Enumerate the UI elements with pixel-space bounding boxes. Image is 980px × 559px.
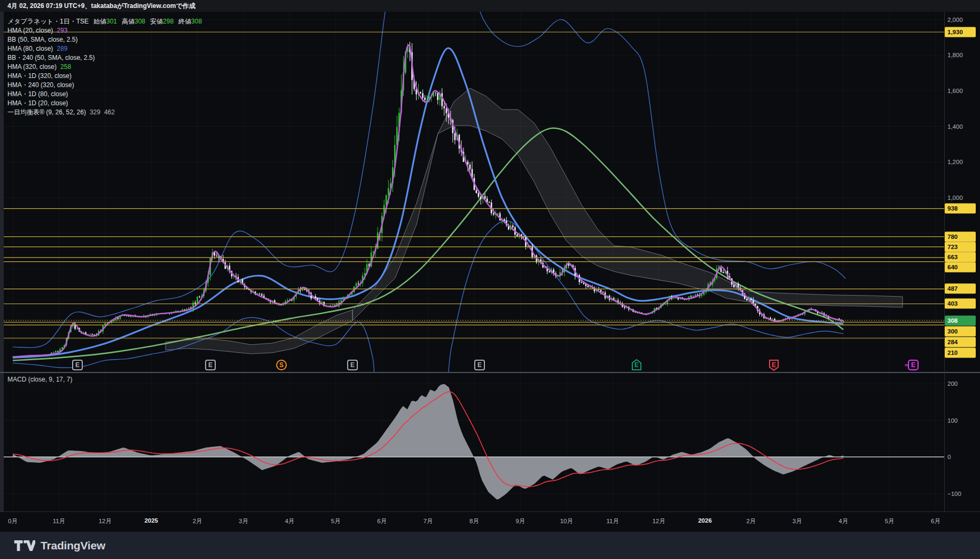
marker-earnings[interactable]: E bbox=[475, 360, 484, 370]
legend-row-value: 289 bbox=[57, 45, 67, 52]
legend-row-label: BB・240 (50, SMA, close, 2.5) bbox=[7, 54, 95, 61]
ohlc-field: 終値308 bbox=[178, 18, 202, 25]
price-tick-1000: 1,000 bbox=[947, 195, 963, 201]
level-price-label-284[interactable]: 284 bbox=[945, 337, 976, 347]
legend-row-value: 462 bbox=[104, 108, 115, 116]
time-axis[interactable]: 0月11月12月20252月3月4月5月6月7月8月9月10月11月12月202… bbox=[0, 511, 980, 532]
ohlc-field: 始値301 bbox=[93, 18, 117, 25]
time-label-3月: 3月 bbox=[239, 517, 248, 525]
legend-row-6[interactable]: HMA・240 (320, close) bbox=[7, 81, 307, 90]
symbol-title: メタプラネット・1日・TSE bbox=[7, 18, 89, 25]
tradingview-chart-snapshot: { "header": { "text": "4月 02, 2026 07:19… bbox=[0, 0, 980, 559]
indicator-legend: メタプラネット・1日・TSE始値301高値308安値298終値308 HMA (… bbox=[7, 17, 307, 117]
level-price-label-938[interactable]: 938 bbox=[945, 204, 976, 214]
legend-row-3[interactable]: BB・240 (50, SMA, close, 2.5) bbox=[7, 53, 307, 63]
time-label-4月: 4月 bbox=[838, 517, 848, 525]
time-label-8月: 8月 bbox=[469, 517, 479, 525]
marker-earnings[interactable]: E bbox=[206, 360, 215, 370]
level-price-label-780[interactable]: 780 bbox=[945, 232, 976, 242]
tradingview-footer: TradingView bbox=[0, 532, 980, 559]
time-label-5月: 5月 bbox=[885, 517, 895, 525]
ohlc-field: 高値308 bbox=[122, 18, 145, 25]
legend-row-2[interactable]: HMA (80, close)289 bbox=[7, 44, 307, 53]
time-label-6月: 6月 bbox=[377, 517, 387, 525]
legend-row-label: HMA (80, close) bbox=[7, 45, 53, 52]
time-label-2025: 2025 bbox=[144, 517, 158, 524]
level-price-label-487[interactable]: 487 bbox=[945, 284, 976, 294]
symbol-legend-row[interactable]: メタプラネット・1日・TSE始値301高値308安値298終値308 bbox=[7, 17, 307, 26]
svg-text:E: E bbox=[208, 361, 213, 369]
time-label-7月: 7月 bbox=[424, 517, 433, 525]
svg-text:E: E bbox=[75, 361, 80, 369]
left-toolbar-strip bbox=[0, 12, 4, 532]
marker-split[interactable]: S bbox=[277, 360, 286, 370]
time-label-2026: 2026 bbox=[698, 517, 712, 524]
svg-text:S: S bbox=[279, 361, 284, 369]
legend-row-label: 一目均衡表® (9, 26, 52, 26) bbox=[7, 108, 86, 116]
legend-row-value: 329 bbox=[90, 108, 100, 116]
level-price-label-1,930[interactable]: 1,930 bbox=[945, 27, 976, 37]
legend-row-4[interactable]: HMA (320, close)258 bbox=[7, 63, 307, 72]
legend-row-label: HMA・1D (80, close) bbox=[7, 90, 68, 98]
current-price-label[interactable]: 308 bbox=[945, 316, 976, 326]
legend-row-label: BB (50, SMA, close, 2.5) bbox=[7, 36, 77, 43]
legend-row-5[interactable]: HMA・1D (320, close) bbox=[7, 72, 307, 81]
tradingview-logo-icon[interactable] bbox=[14, 538, 35, 554]
macd-tick-0: 0 bbox=[947, 454, 951, 460]
legend-row-label: HMA・240 (320, close) bbox=[7, 81, 74, 89]
svg-text:E: E bbox=[477, 361, 482, 369]
svg-text:E: E bbox=[911, 361, 915, 369]
snapshot-attribution-bar: 4月 02, 2026 07:19 UTC+9、takatabaがTrading… bbox=[0, 0, 980, 12]
time-label-9月: 9月 bbox=[515, 517, 525, 525]
level-price-label-663[interactable]: 663 bbox=[945, 252, 976, 262]
approx-icon: ≈ bbox=[905, 362, 908, 368]
svg-text:E: E bbox=[350, 361, 355, 369]
time-label-10月: 10月 bbox=[560, 517, 573, 525]
time-label-11月: 11月 bbox=[53, 517, 65, 525]
legend-row-label: HMA (320, close) bbox=[7, 63, 57, 71]
legend-row-value: 258 bbox=[60, 63, 71, 71]
time-label-12月: 12月 bbox=[99, 517, 112, 525]
macd-tick-200: 200 bbox=[947, 381, 958, 387]
time-label-0月: 0月 bbox=[8, 517, 18, 525]
legend-row-7[interactable]: HMA・1D (80, close) bbox=[7, 90, 307, 99]
level-price-label-300[interactable]: 300 bbox=[945, 327, 976, 337]
time-label-3月: 3月 bbox=[793, 517, 802, 525]
legend-row-9[interactable]: 一目均衡表® (9, 26, 52, 26)329462 bbox=[7, 108, 307, 117]
time-label-12月: 12月 bbox=[652, 517, 665, 525]
macd-tick-100: 100 bbox=[947, 417, 958, 424]
macd-legend-row[interactable]: MACD (close, 9, 17, 7) bbox=[7, 376, 72, 383]
level-price-label-210[interactable]: 210 bbox=[945, 348, 976, 358]
legend-row-value: 293 bbox=[57, 27, 67, 34]
level-price-label-640[interactable]: 640 bbox=[945, 262, 976, 273]
marker-earnings[interactable]: E bbox=[348, 360, 357, 370]
price-tick-1600: 1,600 bbox=[947, 88, 963, 94]
time-label-11月: 11月 bbox=[606, 517, 618, 525]
legend-row-label: HMA・1D (320, close) bbox=[7, 72, 72, 80]
time-label-4月: 4月 bbox=[285, 517, 294, 525]
pane-separator[interactable] bbox=[0, 372, 980, 373]
price-tick-2000: 2,000 bbox=[947, 17, 963, 23]
legend-row-0[interactable]: HMA (20, close)293 bbox=[7, 26, 307, 35]
tradingview-logo-text[interactable]: TradingView bbox=[41, 539, 105, 552]
time-label-2月: 2月 bbox=[746, 517, 756, 525]
svg-text:E: E bbox=[772, 361, 776, 369]
svg-text:E: E bbox=[634, 361, 639, 369]
legend-row-1[interactable]: BB (50, SMA, close, 2.5) bbox=[7, 35, 307, 44]
price-tick-1400: 1,400 bbox=[947, 123, 963, 130]
attribution-text: 4月 02, 2026 07:19 UTC+9、takatabaがTrading… bbox=[7, 2, 195, 10]
price-tick-1200: 1,200 bbox=[947, 159, 963, 165]
level-price-label-403[interactable]: 403 bbox=[945, 299, 976, 309]
price-tick-1800: 1,800 bbox=[947, 52, 963, 58]
time-label-6月: 6月 bbox=[931, 517, 940, 525]
marker-earnings[interactable]: E bbox=[73, 360, 82, 370]
legend-row-label: HMA (20, close) bbox=[7, 27, 53, 34]
macd-tick-−100: −100 bbox=[947, 491, 961, 497]
time-label-2月: 2月 bbox=[193, 517, 202, 525]
legend-row-label: HMA・1D (20, close) bbox=[7, 99, 68, 107]
legend-row-8[interactable]: HMA・1D (20, close) bbox=[7, 99, 307, 108]
time-label-5月: 5月 bbox=[331, 517, 341, 525]
ohlc-field: 安値298 bbox=[150, 18, 174, 25]
level-price-label-723[interactable]: 723 bbox=[945, 242, 976, 252]
